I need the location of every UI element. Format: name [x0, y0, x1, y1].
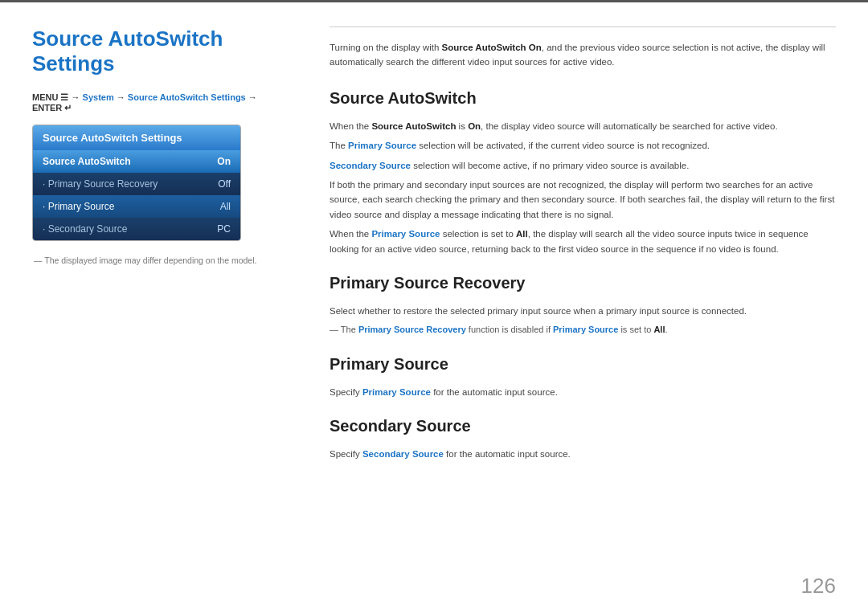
page-number: 126: [801, 574, 836, 599]
menu-item-name: · Primary Source Recovery: [43, 178, 158, 190]
enter-icon: ↵: [64, 103, 72, 112]
menu-step-settings: Source AutoSwitch Settings: [128, 92, 246, 102]
menu-item-value: All: [220, 201, 231, 212]
page-title: Source AutoSwitch Settings: [32, 27, 289, 76]
menu-item-primary-source[interactable]: · Primary Source All: [33, 195, 240, 218]
right-column: Turning on the display with Source AutoS…: [321, 27, 836, 597]
primary-source-para: Specify Primary Source for the automatic…: [330, 385, 836, 399]
secondary-source-para: Specify Secondary Source for the automat…: [330, 447, 836, 461]
section-primary-source-recovery: Primary Source Recovery Select whether t…: [330, 274, 836, 337]
section-source-autoswitch: Source AutoSwitch When the Source AutoSw…: [330, 89, 836, 256]
top-divider: [330, 27, 836, 27]
intro-paragraph: Turning on the display with Source AutoS…: [330, 40, 836, 70]
section-heading-primary: Primary Source: [330, 355, 836, 377]
recovery-note: ― The Primary Source Recovery function i…: [330, 323, 836, 337]
model-note: ― The displayed image may differ dependi…: [32, 255, 289, 265]
menu-item-primary-source-recovery[interactable]: · Primary Source Recovery Off: [33, 173, 240, 195]
menu-item-value: Off: [218, 178, 231, 190]
section-heading-secondary: Secondary Source: [330, 417, 836, 439]
arrow-2: →: [117, 92, 128, 102]
autoswitch-para-3: Secondary Source selection will become a…: [330, 158, 836, 173]
menu-item-name: Source AutoSwitch: [43, 156, 131, 167]
menu-item-value: PC: [217, 223, 231, 235]
menu-label: MENU: [32, 92, 58, 102]
menu-item-value: On: [217, 156, 231, 167]
menu-box-title: Source AutoSwitch Settings: [33, 125, 240, 150]
arrow-1: →: [72, 92, 83, 102]
autoswitch-para-4: If both the primary and secondary input …: [330, 178, 836, 222]
menu-item-secondary-source[interactable]: · Secondary Source PC: [33, 218, 240, 240]
autoswitch-para-5: When the Primary Source selection is set…: [330, 227, 836, 256]
menu-item-source-autoswitch[interactable]: Source AutoSwitch On: [33, 150, 240, 173]
section-primary-source: Primary Source Specify Primary Source fo…: [330, 355, 836, 399]
menu-icon: ☰: [60, 92, 71, 102]
section-heading-autoswitch: Source AutoSwitch: [330, 89, 836, 111]
menu-item-name: · Primary Source: [43, 201, 114, 212]
menu-item-name: · Secondary Source: [43, 223, 127, 235]
section-secondary-source: Secondary Source Specify Secondary Sourc…: [330, 417, 836, 461]
autoswitch-para-1: When the Source AutoSwitch is On, the di…: [330, 119, 836, 133]
left-column: Source AutoSwitch Settings MENU ☰ → Syst…: [32, 27, 289, 597]
menu-box: Source AutoSwitch Settings Source AutoSw…: [32, 125, 241, 241]
section-heading-recovery: Primary Source Recovery: [330, 274, 836, 296]
intro-bold: Source AutoSwitch On: [442, 43, 542, 52]
menu-step-system: System: [83, 92, 114, 102]
autoswitch-para-2: The Primary Source selection will be act…: [330, 138, 836, 153]
menu-path: MENU ☰ → System → Source AutoSwitch Sett…: [32, 92, 289, 113]
recovery-para-1: Select whether to restore the selected p…: [330, 304, 836, 318]
